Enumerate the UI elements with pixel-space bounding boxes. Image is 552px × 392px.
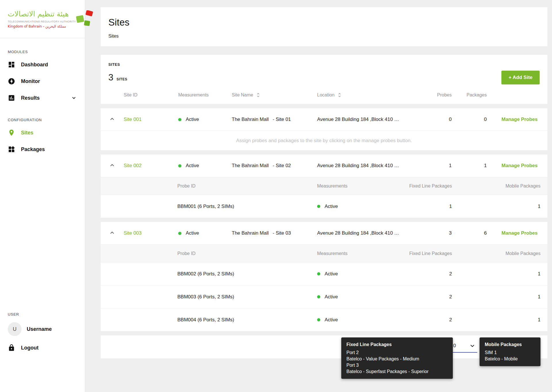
sites-panel-header: SITES 3 SITES + Add Site Site ID Measure… [101,55,547,104]
results-chart-icon [8,94,15,102]
site-id-link[interactable]: Site 002 [124,163,141,168]
username-label: Username [27,326,52,332]
column-fixed-line-packages: Fixed Line Packages [406,251,452,256]
site-location-cell: Avenue 28 Building 184 ,Block 410 … [317,230,421,236]
sidebar-item-label: Packages [21,146,45,152]
page-title: Sites [108,17,540,28]
fixed-line-packages-tooltip: Fixed Line Packages Port 2 Batelco - Val… [341,337,453,379]
sites-count-number: 3 [108,72,113,83]
probe-table-header: Probe ID Measurements Fixed Line Package… [101,177,547,195]
tooltip-line: Port 2 [346,349,448,356]
probe-row: BBM002 (6 Ports, 2 SIMs) Active 2 1 [101,262,547,285]
dashboard-icon [8,61,15,68]
site-row: Site 002 Active The Bahrain Mall- Site 0… [101,155,547,177]
site-name-cell: The Bahrain Mall- Site 03 [232,230,317,236]
page-header-card: Sites Sites [101,7,547,46]
tooltip-title: Mobile Packages [485,341,535,348]
empty-probes-hint: Assign probes and packages to the site b… [101,131,547,150]
tooltip-line: Batelco - Value Packages - Medium [346,356,448,362]
status-dot [178,232,181,235]
probe-id-cell: BBM001 (6 Ports, 2 SIMs) [177,204,317,209]
column-fixed-line-packages: Fixed Line Packages [406,184,452,189]
sort-icon[interactable] [256,92,260,98]
column-probe-id: Probe ID [177,184,317,189]
collapse-button[interactable] [109,116,116,123]
map-pin-icon [8,129,15,136]
tooltip-line: Port 3 [346,362,448,368]
site-block-001: Site 001 Active The Bahrain Mall- Site 0… [101,108,547,150]
sidebar-item-results[interactable]: Results [0,90,85,106]
probe-id-cell: BBM002 (6 Ports, 2 SIMs) [177,271,317,277]
brand-subtitle: TELECOMMUNICATIONS REGULATORY AUTHORITY [8,20,76,23]
breadcrumb[interactable]: Sites [108,34,540,39]
collapse-button[interactable] [109,229,116,236]
site-block-003: Site 003 Active The Bahrain Mall- Site 0… [101,222,547,331]
sidebar-item-dashboard[interactable]: Dashboard [0,56,85,73]
probe-fixed-count: 2 [406,317,452,323]
manage-probes-link[interactable]: Manage Probes [501,230,538,236]
site-id-link[interactable]: Site 003 [124,230,141,236]
manage-probes-link[interactable]: Manage Probes [501,163,538,168]
site-probes-count: 1 [421,163,452,169]
column-site-name: Site Name [232,92,317,98]
site-packages-count: 0 [452,117,487,122]
column-measurements: Measurements [178,92,232,98]
column-mobile-packages: Mobile Packages [452,251,547,256]
probe-mobile-count: 1 [452,204,547,209]
avatar: U [8,322,22,336]
brand-tagline: Kingdom of Bahrain - مملكة البحرين [8,24,76,28]
probe-id-cell: BBM003 (6 Ports, 2 SIMs) [177,294,317,300]
column-site-id: Site ID [124,92,178,98]
sidebar-user-section: USER U Username Logout [0,301,85,392]
sort-icon[interactable] [338,92,342,98]
column-mobile-packages: Mobile Packages [452,184,547,189]
sidebar-item-label: Dashboard [21,62,48,68]
column-probes: Probes [421,92,452,98]
sidebar-item-monitor[interactable]: Monitor [0,73,85,90]
status-dot [317,272,320,275]
site-location-cell: Avenue 28 Building 184 ,Block 410 … [317,163,421,169]
brand-arabic-title: هيئة تنظيم الاتصالات [8,10,76,18]
probe-fixed-count: 2 [406,271,452,277]
probe-mobile-count: 1 [452,317,547,323]
chevron-down-icon[interactable] [71,95,77,101]
sites-count-label: SITES [116,77,127,81]
status-dot [178,164,181,167]
probe-status: Active [317,317,406,323]
probe-status: Active [317,204,406,209]
app-root: هيئة تنظيم الاتصالات TELECOMMUNICATIONS … [0,0,552,392]
probe-row: BBM004 (6 Ports, 2 SIMs) Active 2 1 [101,308,547,331]
sidebar-item-sites[interactable]: Sites [0,124,85,141]
tooltip-line: Batelco - Mobile [485,356,535,362]
manage-probes-link[interactable]: Manage Probes [501,117,538,122]
tooltip-line: Batelco - Superfast Packages - Superior [346,368,448,375]
sidebar-item-label: Monitor [21,78,40,84]
chevron-up-icon [109,116,115,122]
probe-mobile-count: 1 [452,294,547,300]
collapse-button[interactable] [109,162,116,169]
sidebar-item-logout[interactable]: Logout [0,339,85,356]
sidebar-user-label: USER [0,312,85,316]
sidebar-item-packages[interactable]: Packages [0,141,85,158]
panel-title: SITES [101,62,547,67]
add-site-button[interactable]: + Add Site [501,71,540,84]
table-header-row: Site ID Measurements Site Name Location … [101,86,547,104]
sidebar-item-username[interactable]: U Username [0,319,85,339]
probe-row: BBM003 (6 Ports, 2 SIMs) Active 2 1 [101,285,547,308]
column-packages: Packages [452,92,487,98]
site-probes-count: 3 [421,230,452,236]
sidebar-modules-label: MODULES [0,50,85,54]
site-packages-count: 6 [452,230,487,236]
count-row: 3 SITES + Add Site [101,67,547,86]
logout-label: Logout [21,345,39,351]
site-name-cell: The Bahrain Mall- Site 02 [232,163,317,169]
brand-text: هيئة تنظيم الاتصالات TELECOMMUNICATIONS … [8,10,76,28]
packages-icon [8,146,15,153]
probe-table-header: Probe ID Measurements Fixed Line Package… [101,244,547,262]
site-id-link[interactable]: Site 001 [124,117,141,122]
sidebar: هيئة تنظيم الاتصالات TELECOMMUNICATIONS … [0,0,85,392]
probe-status: Active [317,271,406,277]
site-probes-count: 0 [421,117,452,122]
tooltip-title: Fixed Line Packages [346,341,448,348]
site-status: Active [178,230,232,236]
